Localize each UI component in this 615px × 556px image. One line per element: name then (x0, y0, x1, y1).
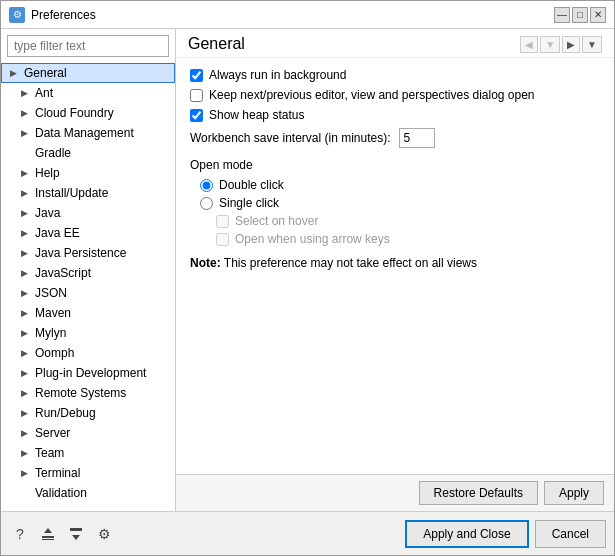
sidebar-item-validation[interactable]: Validation (1, 483, 175, 503)
right-body: Always run in background Keep next/previ… (176, 58, 614, 474)
tree-label-run-debug: Run/Debug (35, 406, 96, 420)
show-heap-checkbox[interactable] (190, 109, 203, 122)
sidebar-item-maven[interactable]: ▶Maven (1, 303, 175, 323)
select-on-hover-label: Select on hover (235, 214, 318, 228)
tree-arrow-maven: ▶ (21, 308, 31, 318)
tree-label-terminal: Terminal (35, 466, 80, 480)
double-click-radio[interactable] (200, 179, 213, 192)
tree-arrow-plug-in-development: ▶ (21, 368, 31, 378)
sidebar-item-remote-systems[interactable]: ▶Remote Systems (1, 383, 175, 403)
tree-label-team: Team (35, 446, 64, 460)
apply-button[interactable]: Apply (544, 481, 604, 505)
import-preferences-icon[interactable] (65, 523, 87, 545)
tree-arrow-data-management: ▶ (21, 128, 31, 138)
tree-arrow-oomph: ▶ (21, 348, 31, 358)
sidebar-item-install-update[interactable]: ▶Install/Update (1, 183, 175, 203)
tree-label-data-management: Data Management (35, 126, 134, 140)
sidebar-item-team[interactable]: ▶Team (1, 443, 175, 463)
cancel-button[interactable]: Cancel (535, 520, 606, 548)
tree-label-java-persistence: Java Persistence (35, 246, 126, 260)
tree-label-help: Help (35, 166, 60, 180)
back-dropdown-button[interactable]: ▼ (540, 36, 560, 53)
sidebar-item-json[interactable]: ▶JSON (1, 283, 175, 303)
tree-label-gradle: Gradle (35, 146, 71, 160)
tree-label-ant: Ant (35, 86, 53, 100)
tree-area: ▶General▶Ant▶Cloud Foundry▶Data Manageme… (1, 63, 175, 511)
right-footer: Restore Defaults Apply (176, 474, 614, 511)
forward-dropdown-button[interactable]: ▼ (582, 36, 602, 53)
workbench-save-input[interactable] (399, 128, 435, 148)
apply-and-close-button[interactable]: Apply and Close (405, 520, 528, 548)
sidebar-item-oomph[interactable]: ▶Oomph (1, 343, 175, 363)
tree-arrow-terminal: ▶ (21, 468, 31, 478)
sidebar-item-plug-in-development[interactable]: ▶Plug-in Development (1, 363, 175, 383)
svg-rect-3 (70, 529, 82, 531)
export-preferences-icon[interactable] (37, 523, 59, 545)
workbench-save-label: Workbench save interval (in minutes): (190, 131, 391, 145)
bottom-bar: ? ⚙ Apply and Close Cancel (1, 511, 614, 555)
sidebar-item-data-management[interactable]: ▶Data Management (1, 123, 175, 143)
maximize-button[interactable]: □ (572, 7, 588, 23)
settings-icon[interactable]: ⚙ (93, 523, 115, 545)
sidebar-item-cloud-foundry[interactable]: ▶Cloud Foundry (1, 103, 175, 123)
restore-defaults-button[interactable]: Restore Defaults (419, 481, 538, 505)
always-run-bg-checkbox[interactable] (190, 69, 203, 82)
sidebar-item-mylyn[interactable]: ▶Mylyn (1, 323, 175, 343)
preferences-window: ⚙ Preferences — □ ✕ ▶General▶Ant▶Cloud F… (0, 0, 615, 556)
title-bar: ⚙ Preferences — □ ✕ (1, 1, 614, 29)
tree-arrow-mylyn: ▶ (21, 328, 31, 338)
right-header: General ◀ ▼ ▶ ▼ (176, 29, 614, 58)
single-click-radio[interactable] (200, 197, 213, 210)
single-click-row: Single click (190, 196, 600, 210)
sidebar-item-terminal[interactable]: ▶Terminal (1, 463, 175, 483)
tree-arrow-general: ▶ (10, 68, 20, 78)
tree-arrow-remote-systems: ▶ (21, 388, 31, 398)
back-button[interactable]: ◀ (520, 36, 538, 53)
select-on-hover-checkbox[interactable] (216, 215, 229, 228)
filter-input[interactable] (7, 35, 169, 57)
sidebar-item-server[interactable]: ▶Server (1, 423, 175, 443)
note-text: Note: This preference may not take effec… (190, 256, 600, 270)
always-run-bg-label: Always run in background (209, 68, 346, 82)
open-arrow-keys-label: Open when using arrow keys (235, 232, 390, 246)
sidebar-item-run-debug[interactable]: ▶Run/Debug (1, 403, 175, 423)
main-content: ▶General▶Ant▶Cloud Foundry▶Data Manageme… (1, 29, 614, 511)
tree-arrow-install-update: ▶ (21, 188, 31, 198)
nav-buttons: ◀ ▼ ▶ ▼ (520, 36, 602, 53)
open-arrow-keys-row: Open when using arrow keys (190, 232, 600, 246)
sidebar-item-javascript[interactable]: ▶JavaScript (1, 263, 175, 283)
show-heap-row: Show heap status (190, 108, 600, 122)
single-click-label: Single click (219, 196, 279, 210)
open-arrow-keys-checkbox[interactable] (216, 233, 229, 246)
tree-arrow-java-ee: ▶ (21, 228, 31, 238)
keep-next-prev-checkbox[interactable] (190, 89, 203, 102)
window-title: Preferences (31, 8, 96, 22)
sidebar-item-java[interactable]: ▶Java (1, 203, 175, 223)
sidebar-item-java-persistence[interactable]: ▶Java Persistence (1, 243, 175, 263)
sidebar-item-java-ee[interactable]: ▶Java EE (1, 223, 175, 243)
tree-arrow-help: ▶ (21, 168, 31, 178)
tree-label-server: Server (35, 426, 70, 440)
tree-arrow-team: ▶ (21, 448, 31, 458)
window-icon: ⚙ (9, 7, 25, 23)
close-button[interactable]: ✕ (590, 7, 606, 23)
sidebar-item-ant[interactable]: ▶Ant (1, 83, 175, 103)
tree-label-oomph: Oomph (35, 346, 74, 360)
tree-label-json: JSON (35, 286, 67, 300)
svg-rect-1 (42, 539, 54, 540)
help-icon[interactable]: ? (9, 523, 31, 545)
tree-arrow-cloud-foundry: ▶ (21, 108, 31, 118)
tree-arrow-json: ▶ (21, 288, 31, 298)
tree-label-install-update: Install/Update (35, 186, 108, 200)
sidebar-item-general[interactable]: ▶General (1, 63, 175, 83)
tree-arrow-java-persistence: ▶ (21, 248, 31, 258)
keep-next-prev-label: Keep next/previous editor, view and pers… (209, 88, 535, 102)
sidebar-item-help[interactable]: ▶Help (1, 163, 175, 183)
minimize-button[interactable]: — (554, 7, 570, 23)
tree-label-plug-in-development: Plug-in Development (35, 366, 146, 380)
forward-button[interactable]: ▶ (562, 36, 580, 53)
tree-arrow-ant: ▶ (21, 88, 31, 98)
title-bar-left: ⚙ Preferences (9, 7, 96, 23)
select-on-hover-row: Select on hover (190, 214, 600, 228)
sidebar-item-gradle[interactable]: Gradle (1, 143, 175, 163)
